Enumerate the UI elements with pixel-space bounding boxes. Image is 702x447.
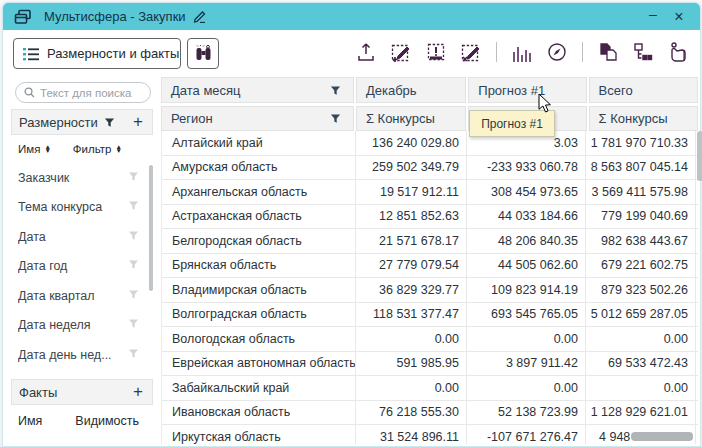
dimension-item[interactable]: Тема конкурса	[11, 193, 149, 223]
value-cell[interactable]: 879 323 502.26	[586, 278, 696, 302]
value-cell[interactable]: 8 563 807 045.14	[586, 156, 696, 180]
facts-section-header[interactable]: Факты +	[11, 379, 153, 405]
dimension-item[interactable]: Дата квартал	[11, 281, 149, 311]
dimension-item[interactable]: Дата неделя	[11, 311, 149, 341]
table-row[interactable]: Волгоградская область118 531 377.47693 5…	[162, 303, 698, 328]
region-cell[interactable]: Амурская область	[162, 156, 356, 180]
value-cell[interactable]: 3 897 911.42	[467, 352, 586, 376]
value-cell[interactable]: 679 221 602.75	[586, 254, 696, 278]
column-header-forecast[interactable]: Прогноз #1	[468, 77, 586, 103]
dimension-item[interactable]: Дата	[11, 222, 149, 252]
value-cell[interactable]: 136 240 029.80	[356, 131, 467, 155]
copy-icon[interactable]	[598, 42, 618, 62]
value-cell[interactable]: 27 779 079.54	[356, 254, 467, 278]
value-cell[interactable]: 308 454 973.65	[467, 180, 586, 204]
filter-icon[interactable]	[128, 200, 139, 214]
value-cell[interactable]: 259 502 349.79	[356, 156, 467, 180]
filter-column-header[interactable]: Фильтр ▲▼	[73, 143, 122, 155]
edit-remove-region-icon[interactable]	[461, 42, 481, 62]
value-cell[interactable]: 76 218 555.30	[356, 401, 467, 425]
table-row[interactable]: Брянская область27 779 079.5444 505 062.…	[162, 254, 698, 279]
column-dimension-cell[interactable]: Дата месяц	[161, 77, 354, 103]
value-cell[interactable]: 0.00	[586, 327, 696, 351]
table-row[interactable]: Астраханская область12 851 852.6344 033 …	[162, 205, 698, 230]
region-cell[interactable]: Иркутская область	[162, 425, 356, 444]
value-cell[interactable]: 118 531 377.47	[356, 303, 467, 327]
table-row[interactable]: Иркутская область31 524 896.11-107 671 2…	[162, 425, 698, 444]
alert-region-icon[interactable]	[426, 42, 446, 62]
table-row[interactable]: Амурская область259 502 349.79-233 933 0…	[162, 156, 698, 181]
value-cell[interactable]: 1 128 929 621.01	[586, 401, 696, 425]
table-row[interactable]: Ивановская область76 218 555.3052 138 72…	[162, 401, 698, 426]
dimension-item[interactable]: Дата день нед...	[11, 340, 149, 370]
filter-icon[interactable]	[128, 259, 139, 273]
value-cell[interactable]: 0.00	[356, 376, 467, 400]
value-cell[interactable]: 36 829 329.77	[356, 278, 467, 302]
value-cell[interactable]: -233 933 060.78	[467, 156, 586, 180]
value-cell[interactable]: 19 517 912.11	[356, 180, 467, 204]
name-column-header[interactable]: Имя ▲▼	[18, 143, 51, 155]
dimensions-facts-button[interactable]: Размерности и факты	[13, 38, 181, 69]
histogram-icon[interactable]	[512, 42, 532, 62]
title-bar[interactable]: Мультисфера - Закупки – ×	[3, 3, 700, 30]
region-cell[interactable]: Белгородская область	[162, 229, 356, 253]
facts-visibility-column-header[interactable]: Видимость	[75, 414, 139, 428]
value-cell[interactable]: 44 505 062.60	[467, 254, 586, 278]
region-cell[interactable]: Вологодская область	[162, 327, 356, 351]
value-cell[interactable]: 48 206 840.35	[467, 229, 586, 253]
value-cell[interactable]: 1 781 970 710.33	[586, 131, 696, 155]
add-fact-button[interactable]: +	[133, 382, 143, 402]
table-row[interactable]: Архангельская область19 517 912.11308 45…	[162, 180, 698, 205]
close-button[interactable]: ×	[666, 6, 692, 28]
measure-header[interactable]: Σ Конкурсы	[356, 106, 466, 131]
sidebar-search-input[interactable]: Текст для поиска	[15, 82, 151, 103]
table-row[interactable]: Еврейская автономная область591 985.953 …	[162, 352, 698, 377]
value-cell[interactable]: -107 671 276.47	[467, 425, 586, 444]
value-cell[interactable]: 0.00	[586, 376, 696, 400]
table-row[interactable]: Вологодская область0.000.000.00	[162, 327, 698, 352]
value-cell[interactable]: 44 033 184.66	[467, 205, 586, 229]
edit-title-pencil-icon[interactable]	[193, 10, 207, 23]
region-cell[interactable]: Еврейская автономная область	[162, 352, 356, 376]
dimensions-section-header[interactable]: Размерности +	[11, 109, 153, 135]
table-row[interactable]: Забайкальский край0.000.000.00	[162, 376, 698, 401]
add-dimension-button[interactable]: +	[133, 112, 143, 132]
value-cell[interactable]: 52 138 723.99	[467, 401, 586, 425]
filter-icon[interactable]	[128, 377, 139, 378]
value-cell[interactable]: 0.00	[467, 327, 586, 351]
region-cell[interactable]: Ивановская область	[162, 401, 356, 425]
minimize-button[interactable]: –	[640, 3, 666, 31]
value-cell[interactable]: 69 533 472.43	[586, 352, 696, 376]
facts-name-column-header[interactable]: Имя	[18, 414, 42, 428]
edit-add-region-icon[interactable]	[391, 42, 411, 62]
value-cell[interactable]: 109 823 914.19	[467, 278, 586, 302]
column-header-dec[interactable]: Декабрь	[356, 77, 466, 103]
region-cell[interactable]: Брянская область	[162, 254, 356, 278]
region-cell[interactable]: Владимирская область	[162, 278, 356, 302]
value-cell[interactable]: 0.00	[467, 376, 586, 400]
table-horizontal-scrollbar-thumb[interactable]	[631, 432, 693, 441]
filter-icon[interactable]	[104, 117, 115, 128]
filter-icon[interactable]	[128, 230, 139, 244]
column-header-total[interactable]: Всего	[589, 77, 698, 103]
filter-icon[interactable]	[128, 348, 139, 362]
filter-icon[interactable]	[128, 171, 139, 185]
table-row[interactable]: Владимирская область36 829 329.77109 823…	[162, 278, 698, 303]
region-cell[interactable]: Астраханская область	[162, 205, 356, 229]
region-cell[interactable]: Волгоградская область	[162, 303, 356, 327]
table-vertical-scrollbar-thumb[interactable]	[697, 131, 702, 181]
filter-icon[interactable]	[330, 113, 341, 124]
filter-icon[interactable]	[330, 85, 341, 96]
value-cell[interactable]: 0.00	[356, 327, 467, 351]
table-row[interactable]: Алтайский край136 240 029.803.031 781 97…	[162, 131, 698, 156]
value-cell[interactable]: 3 569 411 575.98	[586, 180, 696, 204]
sidebar-scrollbar-thumb[interactable]	[149, 165, 153, 291]
table-row[interactable]: Белгородская область21 571 678.1748 206 …	[162, 229, 698, 254]
value-cell[interactable]: 982 638 443.67	[586, 229, 696, 253]
filter-icon[interactable]	[128, 289, 139, 303]
value-cell[interactable]: 21 571 678.17	[356, 229, 467, 253]
export-icon[interactable]	[356, 42, 376, 62]
value-cell[interactable]: 591 985.95	[356, 352, 467, 376]
value-cell[interactable]: 693 545 765.05	[467, 303, 586, 327]
value-cell[interactable]: 31 524 896.11	[356, 425, 467, 444]
